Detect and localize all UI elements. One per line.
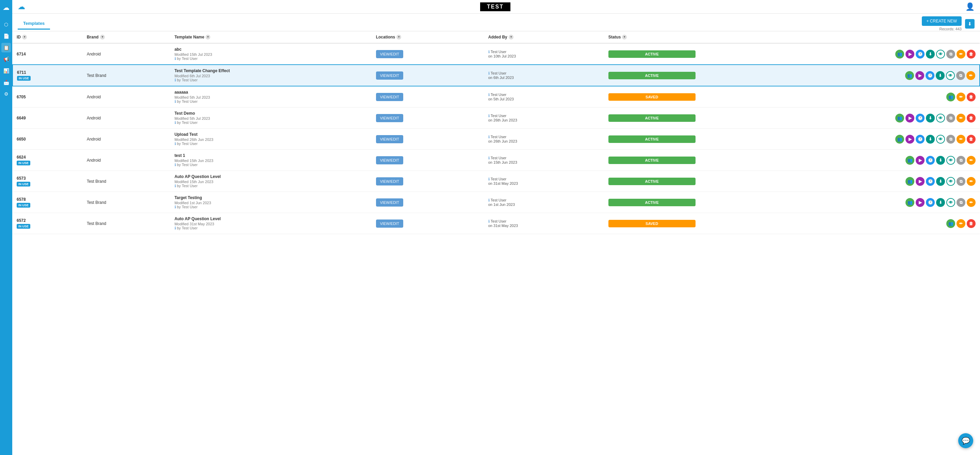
sort-locations[interactable]: ▾	[396, 35, 401, 40]
edit-action-icon[interactable]: ✏	[956, 50, 966, 59]
clock-action-icon[interactable]: 🕐	[926, 71, 934, 80]
eye-action-icon[interactable]: 👁	[946, 156, 955, 165]
clock-action-icon[interactable]: 🕐	[916, 135, 924, 143]
group-action-icon[interactable]: 👥	[905, 177, 914, 186]
copy-action-icon[interactable]: ⧉	[956, 198, 966, 207]
download-action-icon[interactable]: ⬇	[936, 71, 945, 80]
eye-action-icon[interactable]: 👁	[936, 135, 945, 143]
sidebar-item-settings[interactable]: ⚙	[2, 89, 11, 99]
clock-action-icon[interactable]: 🕐	[916, 50, 924, 59]
create-new-button[interactable]: + CREATE NEW	[922, 16, 962, 26]
row-id: 6711	[17, 70, 79, 75]
edit-action-icon[interactable]: ✏	[956, 135, 966, 143]
eye-action-icon[interactable]: 👁	[946, 177, 955, 186]
clock-action-icon[interactable]: 🕐	[926, 177, 935, 186]
play-action-icon[interactable]: ▶	[905, 50, 914, 59]
sidebar-item-messages[interactable]: 📩	[2, 78, 11, 87]
sidebar-item-campaigns[interactable]: 📢	[2, 54, 11, 64]
group-action-icon[interactable]: 👥	[895, 50, 904, 59]
play-action-icon[interactable]: ▶	[905, 114, 914, 123]
download-action-icon[interactable]: ⬇	[926, 135, 935, 143]
delete-action-icon[interactable]: 🗑	[967, 50, 975, 59]
view-edit-button[interactable]: VIEW/EDIT	[376, 50, 403, 58]
play-action-icon[interactable]: ▶	[915, 71, 924, 80]
group-action-icon[interactable]: 👥	[946, 92, 955, 102]
delete-action-icon[interactable]: 🗑	[967, 219, 975, 228]
copy-action-icon[interactable]: ⧉	[946, 114, 955, 123]
added-by-date: on 26th Jun 2023	[488, 139, 600, 143]
download-action-icon[interactable]: ⬇	[926, 50, 935, 59]
group-action-icon[interactable]: 👥	[905, 156, 914, 165]
clock-action-icon[interactable]: 🕐	[926, 198, 935, 207]
sidebar-item-documents[interactable]: 📄	[2, 31, 11, 41]
view-edit-button[interactable]: VIEW/EDIT	[376, 156, 403, 164]
delete-action-icon[interactable]: 🗑	[967, 135, 975, 143]
added-by-date: on 15th Jun 2023	[488, 160, 600, 164]
user-avatar[interactable]: 👤	[966, 2, 975, 11]
sidebar-item-analytics[interactable]: 📊	[2, 66, 11, 76]
view-edit-button[interactable]: VIEW/EDIT	[376, 93, 403, 101]
added-by-info-icon: ℹ	[488, 177, 490, 181]
sort-brand[interactable]: ▾	[100, 35, 105, 40]
tab-templates[interactable]: Templates	[18, 18, 50, 30]
delete-action-icon[interactable]: 🗑	[967, 92, 975, 102]
group-action-icon[interactable]: 👥	[905, 71, 914, 80]
row-id: 6624	[17, 155, 79, 160]
eye-action-icon[interactable]: 👁	[936, 114, 945, 123]
eye-action-icon[interactable]: 👁	[946, 71, 955, 80]
group-action-icon[interactable]: 👥	[895, 135, 904, 143]
edit-action-icon[interactable]: ✏	[956, 219, 966, 228]
sidebar-item-apps[interactable]: ⬡	[2, 20, 11, 29]
view-edit-button[interactable]: VIEW/EDIT	[376, 177, 403, 186]
group-action-icon[interactable]: 👥	[946, 219, 955, 228]
view-edit-button[interactable]: VIEW/EDIT	[376, 135, 403, 143]
eye-action-icon[interactable]: 👁	[936, 50, 945, 59]
added-by-user: Test User	[491, 92, 506, 97]
template-by-user: ℹ by Test User	[175, 78, 368, 82]
sidebar-item-templates[interactable]: 📋	[2, 43, 11, 52]
chat-bubble[interactable]: 💬	[958, 433, 973, 448]
edit-action-icon[interactable]: ✏	[956, 92, 966, 102]
edit-action-icon[interactable]: ✏	[967, 198, 975, 207]
download-action-icon[interactable]: ⬇	[936, 156, 945, 165]
delete-action-icon[interactable]: 🗑	[967, 114, 975, 123]
group-action-icon[interactable]: 👥	[905, 198, 914, 207]
view-edit-button[interactable]: VIEW/EDIT	[376, 199, 403, 207]
download-action-icon[interactable]: ⬇	[936, 198, 945, 207]
edit-action-icon[interactable]: ✏	[956, 114, 966, 123]
in-use-badge: IN USE	[17, 76, 30, 81]
sort-added-by[interactable]: ▾	[509, 35, 514, 40]
download-action-icon[interactable]: ⬇	[936, 177, 945, 186]
clock-action-icon[interactable]: 🕐	[916, 114, 924, 123]
play-action-icon[interactable]: ▶	[916, 177, 924, 186]
template-name-cell: Test Template Change Effect Modified 6th…	[170, 65, 372, 86]
clock-action-icon[interactable]: 🕐	[926, 156, 935, 165]
play-action-icon[interactable]: ▶	[905, 135, 914, 143]
edit-action-icon[interactable]: ✏	[966, 71, 975, 80]
copy-action-icon[interactable]: ⧉	[956, 177, 966, 186]
sidebar: ☁ ⬡ 📄 📋 📢 📊 📩 ⚙	[0, 0, 12, 455]
copy-action-icon[interactable]: ⧉	[956, 156, 966, 165]
action-icons: 👥▶🕐⬇👁⧉✏🗑	[704, 50, 976, 59]
locations-cell: VIEW/EDIT	[372, 86, 484, 108]
sort-template-name[interactable]: ▾	[205, 35, 210, 40]
eye-action-icon[interactable]: 👁	[946, 198, 955, 207]
group-action-icon[interactable]: 👥	[895, 114, 904, 123]
download-button[interactable]: ⬇	[965, 19, 975, 29]
view-edit-button[interactable]: VIEW/EDIT	[376, 72, 403, 80]
template-modified: Modified 15th Jun 2023	[175, 180, 368, 184]
sort-id[interactable]: ▾	[22, 35, 27, 40]
view-edit-button[interactable]: VIEW/EDIT	[376, 220, 403, 228]
copy-action-icon[interactable]: ⧉	[956, 71, 965, 80]
edit-action-icon[interactable]: ✏	[967, 177, 975, 186]
play-action-icon[interactable]: ▶	[916, 156, 924, 165]
copy-action-icon[interactable]: ⧉	[946, 50, 955, 59]
added-by-cell: ℹ Test User on 26th Jun 2023	[484, 129, 605, 150]
edit-action-icon[interactable]: ✏	[967, 156, 975, 165]
sort-status[interactable]: ▾	[622, 35, 627, 40]
template-name-cell: Auto AP Question Level Modified 31st May…	[170, 213, 372, 234]
play-action-icon[interactable]: ▶	[916, 198, 924, 207]
view-edit-button[interactable]: VIEW/EDIT	[376, 114, 403, 122]
download-action-icon[interactable]: ⬇	[926, 114, 935, 123]
copy-action-icon[interactable]: ⧉	[946, 135, 955, 143]
